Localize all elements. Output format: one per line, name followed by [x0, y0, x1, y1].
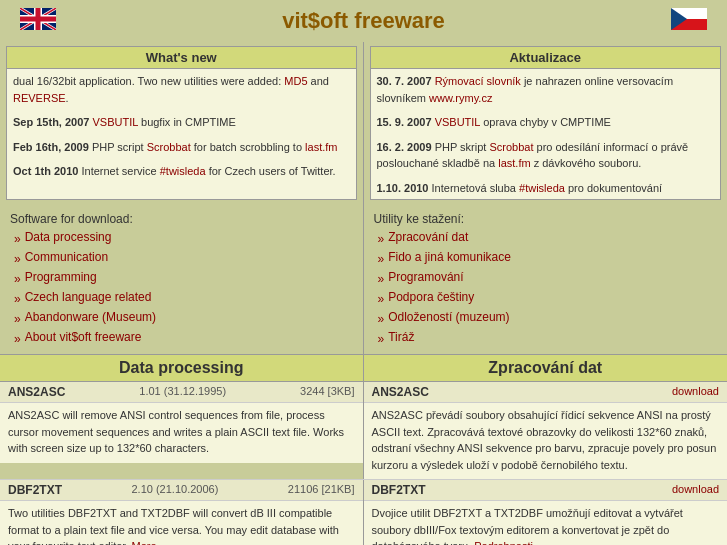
list-item: » Czech language related — [14, 290, 353, 308]
aktualizace-item: 1.10. 2010 Internetová sluba #twisleda p… — [377, 180, 715, 200]
ans2asc-header-cz: ANS2ASC download — [364, 382, 728, 403]
utility-label: Utility ke stažení: — [374, 212, 718, 226]
aktualizace-item: 15. 9. 2007 VSBUTIL oprava chyby v CMPTI… — [377, 114, 715, 131]
download-link[interactable]: download — [672, 483, 719, 495]
data-processing-link[interactable]: Data processing — [25, 230, 112, 244]
product-size: 21106 [21KB] — [288, 483, 355, 497]
list-item: » Abandonware (Museum) — [14, 310, 353, 328]
bullet-icon: » — [378, 330, 385, 348]
aktualizace-content[interactable]: 30. 7. 2007 Rýmovací slovník je nahrazen… — [371, 69, 721, 199]
dp-header-en: Data processing — [0, 354, 364, 382]
dbf2txt-en: DBF2TXT 2.10 (21.10.2006) 21106 [21KB] T… — [0, 480, 364, 545]
software-list: » Data processing » Communication » Prog… — [10, 230, 353, 348]
dbf2txt-header-en: DBF2TXT 2.10 (21.10.2006) 21106 [21KB] — [0, 480, 363, 501]
bullet-icon: » — [378, 230, 385, 248]
odloznosti-link[interactable]: Odložeností (muzeum) — [388, 310, 509, 324]
podrobnosti-link[interactable]: Podrobnosti... — [474, 540, 542, 545]
bullet-icon: » — [378, 270, 385, 288]
twisleda-link[interactable]: #twisleda — [160, 165, 206, 177]
aktualizace-box: Aktualizace 30. 7. 2007 Rýmovací slovník… — [370, 46, 722, 200]
whats-new-content[interactable]: dual 16/32bit application. Two new utili… — [7, 69, 356, 199]
top-section: What's new dual 16/32bit application. Tw… — [0, 42, 727, 204]
list-item: » Zpracování dat — [378, 230, 718, 248]
lastfm-cz-link[interactable]: last.fm — [498, 157, 530, 169]
md5-link[interactable]: MD5 — [284, 75, 307, 87]
list-item: » Podpora češtiny — [378, 290, 718, 308]
whats-new-section: What's new dual 16/32bit application. Tw… — [0, 42, 364, 204]
dp-title-cz: Zpracování dat — [364, 354, 728, 382]
product-desc-en: Two utilities DBF2TXT and TXT2DBF will c… — [0, 501, 363, 545]
dp-header-cz: Zpracování dat — [364, 354, 728, 382]
vsbutil-link[interactable]: VSBUTIL — [93, 116, 138, 128]
fido-link[interactable]: Fido a jiná komunikace — [388, 250, 511, 264]
product-desc-cz: ANS2ASC převádí soubory obsahující řídic… — [364, 403, 728, 479]
czech-link[interactable]: Czech language related — [25, 290, 152, 304]
product-version: 2.10 (21.10.2006) — [131, 483, 218, 497]
zpracovani-link[interactable]: Zpracování dat — [388, 230, 468, 244]
twitter-cz-link[interactable]: Twitter — [599, 198, 631, 199]
list-item: » Communication — [14, 250, 353, 268]
bullet-icon: » — [378, 250, 385, 268]
reverse-link[interactable]: REVERSE — [13, 92, 66, 104]
twisleda-cz-link[interactable]: #twisleda — [519, 182, 565, 194]
news-text: . — [66, 92, 69, 104]
abandonware-link[interactable]: Abandonware (Museum) — [25, 310, 156, 324]
news-text: PHP skript — [435, 141, 490, 153]
software-section: Software for download: » Data processing… — [0, 204, 727, 354]
aktualizace-section: Aktualizace 30. 7. 2007 Rýmovací slovník… — [364, 42, 728, 204]
product-download[interactable]: download — [672, 483, 719, 497]
flag-cz-icon[interactable] — [671, 8, 707, 33]
tiraz-link[interactable]: Tiráž — [388, 330, 414, 344]
bullet-icon: » — [14, 310, 21, 328]
ans2asc-header-en: ANS2ASC 1.01 (31.12.1995) 3244 [3KB] — [0, 382, 363, 403]
product-desc-cz: Dvojice utilit DBF2TXT a TXT2DBF umožňuj… — [364, 501, 728, 545]
aktualizace-item: 16. 2. 2009 PHP skript Scrobbat pro odes… — [377, 139, 715, 172]
bullet-icon: » — [14, 290, 21, 308]
news-date: Sep 15th, 2007 — [13, 116, 89, 128]
news-text: . — [631, 198, 634, 199]
news-item: Feb 16th, 2009 PHP script Scrobbat for b… — [13, 139, 350, 156]
software-label: Software for download: — [10, 212, 353, 226]
podpora-link[interactable]: Podpora češtiny — [388, 290, 474, 304]
list-item: » Data processing — [14, 230, 353, 248]
bullet-icon: » — [14, 330, 21, 348]
rymovaci-link[interactable]: Rýmovací slovník — [435, 75, 521, 87]
product-version: 1.01 (31.12.1995) — [139, 385, 226, 399]
ans2asc-en: ANS2ASC 1.01 (31.12.1995) 3244 [3KB] ANS… — [0, 382, 364, 479]
data-processing-headers: Data processing Zpracování dat — [0, 354, 727, 382]
news-text: z dávkového souboru. — [534, 157, 642, 169]
flag-uk-icon[interactable] — [20, 8, 56, 33]
more-link[interactable]: More — [132, 540, 157, 545]
product-name: ANS2ASC — [372, 385, 429, 399]
product-download[interactable]: download — [672, 385, 719, 399]
product-name: DBF2TXT — [8, 483, 62, 497]
scrobbat-cz-link[interactable]: Scrobbat — [489, 141, 533, 153]
bullet-icon: » — [14, 270, 21, 288]
about-link[interactable]: About vit$oft freeware — [25, 330, 142, 344]
scrobbat-link[interactable]: Scrobbat — [147, 141, 191, 153]
communication-link[interactable]: Communication — [25, 250, 108, 264]
bullet-icon: » — [14, 250, 21, 268]
list-item: » About vit$oft freeware — [14, 330, 353, 348]
vsbutil-cz-link[interactable]: VSBUTIL — [435, 116, 480, 128]
programovani-link[interactable]: Programování — [388, 270, 463, 284]
programming-link[interactable]: Programming — [25, 270, 97, 284]
news-date: 15. 9. 2007 — [377, 116, 432, 128]
list-item: » Programming — [14, 270, 353, 288]
lastfm-link[interactable]: last.fm — [305, 141, 337, 153]
product-name: ANS2ASC — [8, 385, 65, 399]
bullet-icon: » — [378, 310, 385, 328]
download-link[interactable]: download — [672, 385, 719, 397]
news-date: 16. 2. 2009 — [377, 141, 432, 153]
whats-new-title: What's new — [7, 47, 356, 69]
dp-title-en: Data processing — [0, 354, 363, 382]
news-date: 1.10. 2010 — [377, 182, 429, 194]
news-item: Oct 1th 2010 Internet service #twisleda … — [13, 163, 350, 180]
news-item: dual 16/32bit application. Two new utili… — [13, 73, 350, 106]
news-text: bugfix in CMPTIME — [141, 116, 236, 128]
rymy-link[interactable]: www.rymy.cz — [429, 92, 492, 104]
news-text: oprava chyby v CMPTIME — [483, 116, 611, 128]
list-item: » Tiráž — [378, 330, 718, 348]
utility-list-section: Utility ke stažení: » Zpracování dat » F… — [364, 204, 728, 354]
bullet-icon: » — [378, 290, 385, 308]
